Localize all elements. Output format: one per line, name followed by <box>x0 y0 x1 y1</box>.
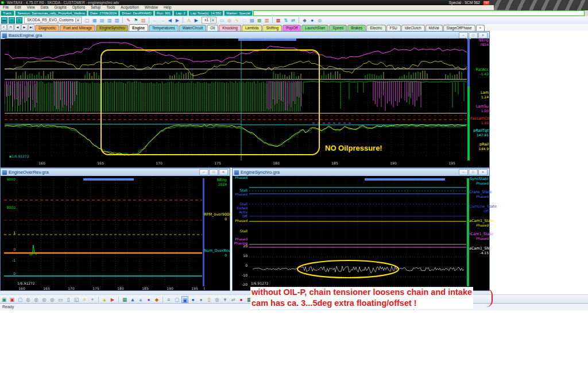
scale-select[interactable]: x1▾ <box>202 17 216 24</box>
graph-window-titlebar[interactable]: EngineSynchro.gra –□× <box>233 168 489 176</box>
info-blue-icon[interactable]: ● <box>189 296 196 303</box>
zoom-next-icon[interactable]: ◎ <box>49 296 56 303</box>
save-icon[interactable]: ▣ <box>1 296 7 303</box>
save-all-icon[interactable]: ▣ <box>9 296 16 303</box>
info-gray-icon[interactable]: ● <box>198 296 204 303</box>
tile-vertical-icon[interactable]: ▥ <box>106 17 113 24</box>
lap-bar-blue[interactable] <box>467 39 470 86</box>
tab-knocking[interactable]: Knocking <box>219 25 241 31</box>
window2-icon[interactable]: ▢ <box>173 296 180 303</box>
blank-page-icon[interactable]: □ <box>241 17 247 24</box>
window-menu-icon[interactable]: ≡ <box>16 17 22 24</box>
cascade-icon[interactable]: ▧ <box>114 17 120 24</box>
next-lap-icon[interactable]: ▶ <box>174 17 180 24</box>
menu-graphs[interactable]: Graphs <box>51 5 69 10</box>
tab-idleclutch[interactable]: IdleClutch <box>401 25 425 31</box>
tab-stageoffphase[interactable]: StageOffPhase <box>443 25 475 31</box>
channels-icon[interactable]: ▩ <box>275 17 281 24</box>
tab-shifting[interactable]: Shifting <box>262 25 282 31</box>
tab-fuel-and-mileage[interactable]: Fuel and Mileage <box>60 25 95 31</box>
minimize-button[interactable]: – <box>459 32 468 39</box>
link-icon[interactable]: ⇄ <box>230 296 237 303</box>
tab--[interactable]: + <box>476 25 485 31</box>
compare-icon[interactable]: ▲ <box>129 296 136 303</box>
flash-icon[interactable]: ϟ <box>234 17 240 24</box>
media-icon[interactable]: ▥ <box>264 17 270 24</box>
menu-file[interactable]: File <box>0 5 11 10</box>
minimize-window-icon[interactable]: ▭ <box>9 17 15 24</box>
tab-speed[interactable]: Speed <box>329 25 347 31</box>
menu-data[interactable]: Data <box>38 5 52 10</box>
zoom-prev-icon[interactable]: ◎ <box>41 296 48 303</box>
scroll-thumb[interactable] <box>365 178 445 181</box>
scroll-thumb[interactable] <box>238 39 296 41</box>
zoom-window-icon[interactable]: ◱ <box>73 296 80 303</box>
layout-grid-icon[interactable]: ▦ <box>91 17 98 24</box>
scroll-thumb[interactable] <box>83 178 134 181</box>
close-button[interactable]: × <box>478 169 488 175</box>
tab-nav-button[interactable]: × <box>1 24 7 31</box>
marker-add-icon[interactable]: ▶ <box>109 296 116 303</box>
tab-brakes[interactable]: Brakes <box>347 25 366 31</box>
filter-icon[interactable]: ▼ <box>222 296 229 303</box>
minimize-button[interactable]: – <box>199 169 208 175</box>
forward-icon[interactable]: → <box>159 17 165 24</box>
enginesynchro-plot-area[interactable] <box>249 178 466 288</box>
lap-bar-green[interactable] <box>467 86 470 160</box>
tab-nav-button[interactable]: H <box>7 24 14 31</box>
list-icon[interactable]: ≡ <box>165 296 172 303</box>
restore-button[interactable]: □ <box>469 169 478 175</box>
legend-icon[interactable]: ● <box>145 296 152 303</box>
close-button[interactable]: × <box>219 169 228 175</box>
tab-popoff[interactable]: PopOff <box>283 25 301 31</box>
tools-icon[interactable]: ◆ <box>301 17 308 24</box>
back-icon[interactable]: ← <box>152 17 158 24</box>
restore-window-icon[interactable]: ▬ <box>1 17 7 24</box>
tab-oil[interactable]: Oil <box>207 25 218 31</box>
calendar-icon[interactable]: ▤ <box>249 17 255 24</box>
search-icon[interactable]: ◎ <box>226 17 233 24</box>
menu-window[interactable]: Window <box>142 5 161 10</box>
cursor-add-icon[interactable]: ▲ <box>101 296 108 303</box>
tab-lambda[interactable]: Lambda <box>242 25 262 31</box>
pan-icon[interactable]: + <box>89 296 96 303</box>
tab-watercircuit[interactable]: WaterCircuit <box>179 25 207 31</box>
overlay-icon[interactable]: ▦ <box>121 296 128 303</box>
tab-nav-button[interactable]: ▶ <box>21 24 28 31</box>
menu-setup[interactable]: Setup <box>88 5 103 10</box>
menu-view[interactable]: View <box>24 5 38 10</box>
tab-diagnostic[interactable]: Diagnostic <box>35 25 59 31</box>
tab-fsu[interactable]: FSU <box>386 25 401 31</box>
menu-tools[interactable]: Tools <box>103 5 118 10</box>
overrev-plot-area[interactable] <box>4 178 202 288</box>
menu-options[interactable]: Options <box>69 5 88 10</box>
zoom-y-icon[interactable]: ▯ <box>65 296 72 303</box>
zoom-x-icon[interactable]: ▭ <box>57 296 64 303</box>
zoom-out-icon[interactable]: ◎ <box>33 296 40 303</box>
tab-nav-button[interactable]: ◀ <box>14 24 21 31</box>
menu-help[interactable]: Help <box>161 5 174 10</box>
alarm-icon[interactable]: ⚠ <box>185 17 192 24</box>
align-icon[interactable]: ▲ <box>137 296 144 303</box>
tab-engine[interactable]: Engine <box>129 24 148 31</box>
tab-enginesynchro[interactable]: EngineSynchro <box>96 25 128 31</box>
tab-temperatures[interactable]: Temperatures <box>149 25 179 31</box>
prev-lap-icon[interactable]: ◀ <box>167 17 173 24</box>
tab-launchstart[interactable]: LaunchStart <box>301 25 328 31</box>
chart-icon[interactable]: ▦ <box>256 17 262 24</box>
info-icon[interactable]: ● <box>309 17 315 24</box>
play-icon[interactable]: ▶ <box>193 17 199 24</box>
zoom-in-icon[interactable]: ◎ <box>25 296 32 303</box>
annotate-icon[interactable]: ✎ <box>125 17 131 24</box>
tab-mdval[interactable]: MdVal <box>425 25 443 31</box>
report-icon[interactable]: ▭ <box>219 17 225 24</box>
minimize-button[interactable]: – <box>459 169 468 175</box>
swap-icon[interactable]: ⇄ <box>290 17 296 24</box>
tile-horizontal-icon[interactable]: ▤ <box>99 17 105 24</box>
zoom-reset-icon[interactable]: ○ <box>81 296 88 303</box>
menu-acquisition[interactable]: Acquisition <box>118 5 141 10</box>
restore-button[interactable]: □ <box>469 32 478 39</box>
math-icon[interactable]: ▣ <box>181 296 188 303</box>
menu-edit[interactable]: Edit <box>11 5 24 10</box>
gps-icon[interactable]: ◆ <box>153 296 160 303</box>
